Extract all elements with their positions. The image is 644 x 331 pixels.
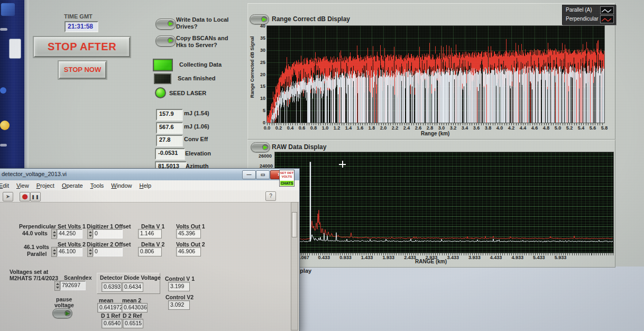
delta-v-2-indicator: 0.806 — [138, 247, 162, 256]
mean-indicator: 0.641972 — [97, 303, 122, 312]
tick-label: 3.933 — [464, 255, 485, 260]
range-db-chart-title: Range Correct dB Display — [272, 15, 350, 23]
range-db-plot-frame — [266, 25, 605, 123]
pause-voltage-label-2: voltage — [54, 302, 74, 308]
tick-label: 35 — [252, 35, 265, 41]
menu-bar: EditViewProjectOperateToolsWindowHelp — [0, 180, 299, 191]
tick-label: 0.433 — [314, 255, 335, 260]
menu-help[interactable]: Help — [135, 181, 155, 189]
window-scrollbar[interactable] — [291, 202, 298, 330]
desktop-icon-label — [0, 144, 7, 146]
perpendicular-volts: 44.0 volts — [22, 230, 48, 236]
desktop-user-icon[interactable] — [0, 121, 10, 130]
toggle-arrow-icon — [169, 22, 173, 26]
tick-label: 1.933 — [378, 255, 399, 260]
seed-laser-led — [155, 87, 166, 98]
volts-out-2-indicator: 46.906 — [176, 247, 201, 256]
desktop-icon[interactable] — [0, 87, 6, 94]
d1-ref-indicator: 0.6540 — [102, 319, 122, 328]
set-volts-2-input[interactable]: 46.100 — [57, 247, 82, 256]
energy-154-label: mJ (1.54) — [184, 110, 209, 116]
raw-chart[interactable] — [275, 152, 613, 253]
menu-tools[interactable]: Tools — [87, 181, 108, 189]
help-button[interactable]: ? — [265, 191, 276, 201]
scan-index-input[interactable]: 792697 — [60, 281, 86, 290]
write-data-toggle[interactable] — [155, 19, 176, 30]
parallel-label: Parallel — [27, 251, 47, 257]
toggle-arrow-icon — [262, 17, 266, 22]
tick-label: 0.933 — [335, 255, 356, 260]
tick-label: 30 — [252, 48, 265, 53]
energy-106-label: mJ (1.06) — [184, 123, 209, 130]
scan-finished-led — [154, 73, 171, 84]
minimize-button[interactable]: — — [242, 170, 256, 179]
range-db-xlabel: Range (km) — [421, 131, 449, 136]
window-titlebar[interactable]: detector_voltage_2013.vi — ▭ ✕ — [0, 169, 299, 181]
run-button[interactable]: ➤ — [3, 192, 13, 201]
digitizer-1-offset-input[interactable]: 0 — [93, 229, 123, 238]
legend-perpendicular-icon — [600, 15, 614, 23]
seed-laser-label: SEED LASER — [169, 90, 206, 96]
mean2-indicator: 0.643036 — [122, 303, 148, 312]
legend-parallel-icon — [600, 6, 614, 14]
stop-now-button[interactable]: STOP NOW — [59, 61, 106, 79]
raw-display-toggle[interactable] — [251, 142, 270, 152]
menu-window[interactable]: Window — [107, 181, 135, 189]
stop-after-scan-button[interactable]: STOP AFTER SCAN — [34, 37, 130, 57]
pause-button[interactable]: ❚❚ — [30, 192, 41, 201]
voltages-note-2: M2HATS 7/14/2023 — [10, 275, 58, 281]
time-gmt-label: TIME GMT — [64, 13, 93, 20]
raw-xlabel: RANGE (km) — [415, 259, 447, 264]
menu-view[interactable]: View — [13, 181, 33, 189]
tick-label: 5.8 — [594, 125, 615, 131]
control-v2-indicator: 3.092 — [168, 300, 190, 310]
desktop-document-icon[interactable] — [9, 39, 21, 59]
volts-out-1-indicator: 45.396 — [176, 229, 201, 238]
tick-label: 5 — [252, 108, 265, 113]
tick-label: 25 — [252, 60, 265, 65]
d1-ref-label: D 1 Ref — [101, 312, 120, 319]
toggle-arrow-icon — [263, 145, 268, 150]
scrollbar-thumb[interactable] — [292, 212, 297, 237]
plot-legend: Parallel (A) Perpendicular (B) — [562, 5, 616, 25]
conv-eff-label: Conv Eff — [184, 136, 208, 142]
pause-voltage-toggle[interactable] — [52, 308, 72, 318]
tick-label: 15 — [252, 84, 265, 89]
window-title: detector_voltage_2013.vi — [2, 171, 67, 177]
control-v1-indicator: 3.199 — [168, 282, 190, 291]
digitizer-2-offset-input[interactable]: 0 — [93, 247, 123, 256]
set-volts-1-input[interactable]: 44.250 — [57, 229, 82, 238]
abort-button[interactable]: ⬤ — [20, 192, 30, 201]
tick-label: 0 — [252, 120, 265, 125]
legend-item-perpendicular[interactable]: Perpendicular (B) — [563, 14, 615, 23]
voltages-note-1: Voltages set at — [10, 269, 48, 275]
perpendicular-label: Perpendicular — [19, 223, 56, 229]
delta-v-1-indicator: 1.146 — [138, 229, 162, 238]
copy-bscans-label-2: Hks to Server? — [176, 42, 217, 48]
write-data-label-1: Write Data to Local — [176, 16, 228, 23]
copy-bscans-toggle[interactable] — [155, 35, 176, 47]
control-v1-label: Control V 1 — [165, 275, 195, 282]
detector-voltage-window: detector_voltage_2013.vi — ▭ ✕ EditViewP… — [0, 168, 300, 331]
desktop-icon-label — [0, 28, 7, 31]
diode-voltage-2: 0.6434 — [122, 282, 143, 292]
menu-project[interactable]: Project — [33, 181, 58, 189]
raw-ytick-26000: 26000 — [258, 153, 272, 159]
write-data-label-2: Drives? — [176, 23, 197, 30]
range-db-chart[interactable] — [267, 26, 604, 123]
diode-voltage-label: Detector Diode Voltage — [100, 274, 161, 281]
elevation-readout: -0.0531 — [155, 148, 185, 160]
desktop-app-icon[interactable] — [1, 3, 15, 16]
menu-operate[interactable]: Operate — [58, 181, 87, 189]
vi-icon: SET DETVOLTS CHATS — [279, 170, 295, 187]
control-v2-label: Control V2 — [165, 294, 194, 300]
tick-label: 10 — [252, 96, 265, 101]
legend-item-parallel[interactable]: Parallel (A) — [563, 5, 615, 14]
abort-icon: ⬤ — [22, 194, 27, 199]
copy-bscans-label-1: Copy BSCANs and — [176, 35, 228, 41]
crosshair-cursor — [339, 161, 346, 168]
toggle-arrow-icon — [169, 39, 173, 43]
menu-edit[interactable]: Edit — [0, 181, 13, 189]
restore-button[interactable]: ▭ — [256, 170, 270, 179]
help-icon: ? — [269, 193, 272, 199]
